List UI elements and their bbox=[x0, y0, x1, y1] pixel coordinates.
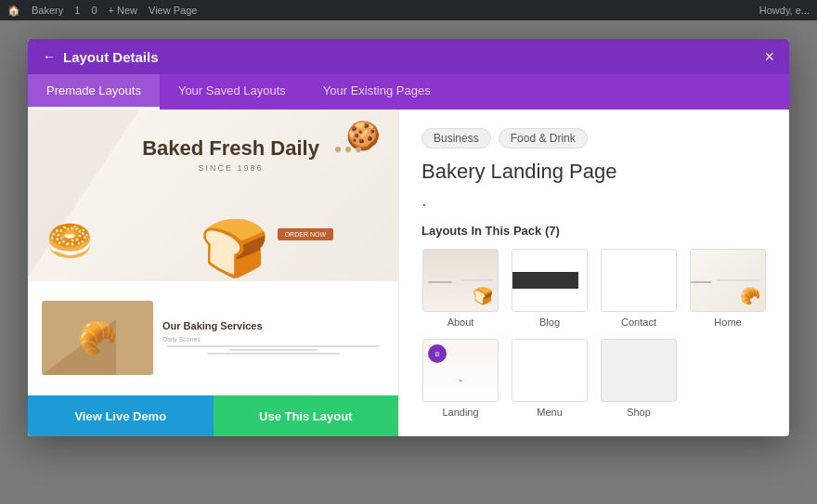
preview-crumbs bbox=[335, 147, 361, 152]
modal-header-left: ← Layout Details bbox=[43, 49, 159, 65]
preview-services-subtitle-1: Daily Scones bbox=[162, 336, 384, 342]
menu-mock bbox=[545, 349, 554, 392]
thumb-landing-label: Landing bbox=[442, 407, 478, 418]
tab-existing-pages[interactable]: Your Existing Pages bbox=[305, 74, 449, 110]
preview-actions: View Live Demo Use This Layout bbox=[28, 395, 398, 436]
preview-services-title: Our Baking Services bbox=[162, 320, 384, 331]
home-line-2 bbox=[717, 279, 760, 281]
thumb-landing-content bbox=[456, 378, 465, 387]
preview-cta-button: ORDER NOW bbox=[278, 228, 333, 240]
notif-count[interactable]: 1 bbox=[74, 5, 80, 16]
landing-line-1 bbox=[459, 380, 462, 381]
thumb-contact-label: Contact bbox=[621, 317, 656, 328]
blog-content-area bbox=[578, 262, 587, 300]
home-title-line bbox=[691, 281, 712, 283]
thumb-home-label: Home bbox=[714, 317, 741, 328]
layout-details-modal: ← Layout Details × Premade Layouts Your … bbox=[28, 39, 789, 436]
preview-bread: 🍞 bbox=[200, 215, 269, 281]
thumb-blog-label: Blog bbox=[539, 317, 560, 328]
layout-thumb-blog[interactable]: Blog bbox=[511, 249, 589, 328]
thumb-line bbox=[428, 281, 452, 283]
close-button[interactable]: × bbox=[764, 48, 774, 65]
modal-body: Baked Fresh Daily SINCE 1986 🍪 🥯 🍞 bbox=[28, 110, 789, 436]
bottom-triangle-decoration bbox=[42, 319, 116, 375]
crumb-3 bbox=[356, 147, 361, 152]
view-page-link[interactable]: View Page bbox=[149, 5, 197, 16]
modal-overlay: ← Layout Details × Premade Layouts Your … bbox=[0, 20, 817, 504]
preview-line-2 bbox=[229, 349, 318, 351]
thumb-shop-image bbox=[601, 339, 677, 402]
layout-thumb-shop[interactable]: Shop bbox=[600, 339, 678, 418]
thumb-home-image: 🥐 bbox=[690, 249, 766, 312]
modal-tabs: Premade Layouts Your Saved Layouts Your … bbox=[28, 74, 789, 110]
thumb-menu-label: Menu bbox=[537, 407, 563, 418]
contact-form-mock bbox=[634, 257, 643, 304]
thumb-contact-image bbox=[601, 249, 677, 312]
comment-count[interactable]: 0 bbox=[91, 5, 97, 16]
layouts-grid: 🍞 About Blog bbox=[421, 249, 767, 418]
modal-header: ← Layout Details × bbox=[28, 39, 789, 74]
detail-dot: . bbox=[421, 189, 767, 211]
layouts-heading: Layouts In This Pack (7) bbox=[421, 224, 767, 238]
crumb-2 bbox=[345, 147, 351, 152]
detail-panel: Business Food & Drink Bakery Landing Pag… bbox=[399, 110, 789, 436]
thumb-landing-badge: B bbox=[428, 344, 447, 363]
new-link[interactable]: + New bbox=[109, 5, 138, 16]
preview-hero-text: Baked Fresh Daily SINCE 1986 bbox=[142, 137, 319, 173]
crumb-1 bbox=[335, 147, 341, 152]
preview-bottom-image: 🥐 bbox=[42, 301, 153, 375]
layout-thumb-contact[interactable]: Contact bbox=[600, 249, 678, 328]
layout-thumb-about[interactable]: 🍞 About bbox=[421, 249, 499, 328]
preview-line-3 bbox=[207, 353, 340, 355]
view-live-demo-button[interactable]: View Live Demo bbox=[28, 395, 214, 436]
preview-top-section: Baked Fresh Daily SINCE 1986 🍪 🥯 🍞 bbox=[28, 110, 398, 281]
thumb-shop-label: Shop bbox=[627, 407, 651, 418]
thumb-blog-image bbox=[512, 249, 588, 312]
site-name[interactable]: Bakery bbox=[32, 5, 63, 16]
wp-logo[interactable]: 🏠 bbox=[7, 5, 20, 17]
shop-grid bbox=[634, 348, 643, 393]
admin-bar-right: Howdy, e... bbox=[759, 5, 810, 16]
preview-line-1 bbox=[167, 345, 380, 347]
tab-saved-layouts[interactable]: Your Saved Layouts bbox=[160, 74, 305, 110]
preview-bagel: 🥯 bbox=[46, 219, 93, 263]
preview-bottom-text: Our Baking Services Daily Scones bbox=[162, 320, 384, 356]
bakery-preview-mockup: Baked Fresh Daily SINCE 1986 🍪 🥯 🍞 bbox=[28, 110, 398, 395]
detail-title: Bakery Landing Page bbox=[421, 160, 767, 184]
detail-tags: Business Food & Drink bbox=[421, 128, 767, 149]
use-this-layout-button[interactable]: Use This Layout bbox=[214, 395, 399, 436]
thumb-menu-image bbox=[512, 339, 588, 402]
modal-title: Layout Details bbox=[63, 49, 159, 65]
preview-image-area: Baked Fresh Daily SINCE 1986 🍪 🥯 🍞 bbox=[28, 110, 398, 395]
thumb-line-2 bbox=[461, 279, 493, 281]
back-icon[interactable]: ← bbox=[43, 49, 56, 64]
preview-hero-title: Baked Fresh Daily bbox=[142, 137, 319, 160]
blog-header-strip bbox=[512, 272, 578, 289]
tab-premade-layouts[interactable]: Premade Layouts bbox=[28, 74, 160, 110]
layout-thumb-home[interactable]: 🥐 Home bbox=[689, 249, 767, 328]
thumb-about-label: About bbox=[447, 317, 474, 328]
thumb-about-food: 🍞 bbox=[473, 286, 493, 306]
preview-bottom-section: 🥐 Our Baking Services Daily Scones bbox=[28, 281, 398, 395]
tag-business[interactable]: Business bbox=[421, 128, 491, 149]
layout-thumb-menu[interactable]: Menu bbox=[511, 339, 589, 418]
layout-thumb-landing[interactable]: B Landing bbox=[421, 339, 499, 418]
admin-bar: 🏠 Bakery 1 0 + New View Page Howdy, e... bbox=[0, 0, 817, 20]
thumb-home-food: 🥐 bbox=[740, 286, 760, 306]
preview-hero-sub: SINCE 1986 bbox=[142, 163, 319, 173]
preview-panel: Baked Fresh Daily SINCE 1986 🍪 🥯 🍞 bbox=[28, 110, 399, 436]
thumb-landing-image: B bbox=[422, 339, 499, 402]
admin-bar-left: 🏠 Bakery 1 0 + New View Page bbox=[7, 5, 197, 17]
thumb-about-image: 🍞 bbox=[422, 249, 499, 312]
tag-food-drink[interactable]: Food & Drink bbox=[499, 128, 588, 149]
howdy-text: Howdy, e... bbox=[759, 5, 810, 16]
